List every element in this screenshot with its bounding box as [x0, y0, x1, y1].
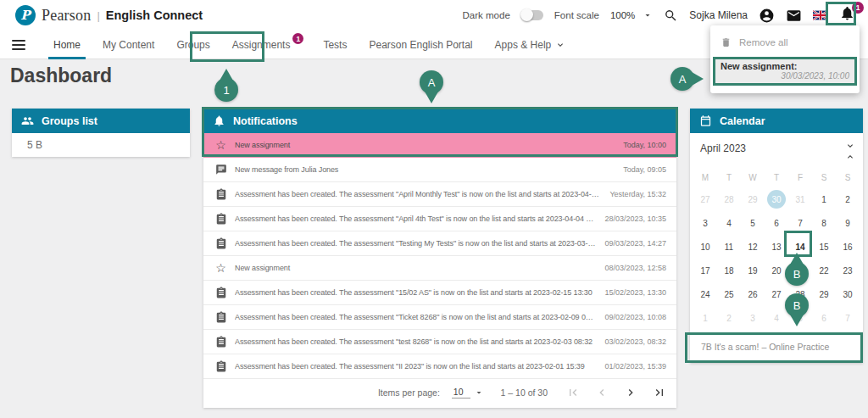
notification-text: Assessment has been created. The assessm… — [235, 337, 597, 346]
calendar-day-1[interactable]: 1 — [812, 187, 836, 211]
chevron-down-icon[interactable] — [844, 141, 856, 151]
notification-row[interactable]: Assessment has been created. The assessm… — [203, 305, 676, 330]
notification-time: Today, 09:05 — [623, 165, 666, 174]
uk-flag-icon[interactable] — [813, 10, 828, 20]
notification-row[interactable]: Assessment has been created. The assessm… — [203, 231, 676, 256]
calendar-day-17[interactable]: 17 — [693, 259, 717, 282]
notification-row[interactable]: Assessment has been created. The assessm… — [203, 354, 676, 379]
nav-tab-groups[interactable]: Groups — [176, 31, 209, 59]
calendar-day-28[interactable]: 28 — [717, 187, 741, 211]
dark-mode-label: Dark mode — [463, 10, 510, 20]
nav-tab-apps-help[interactable]: Apps & Help — [495, 31, 566, 59]
previous-page-button[interactable] — [593, 384, 610, 401]
account-icon[interactable] — [759, 8, 775, 24]
calendar-panel: Calendar April 2023 MTWTFSS2728293031123… — [690, 109, 863, 363]
nav-tab-tests[interactable]: Tests — [323, 31, 347, 59]
notification-text: Assessment has been created. The assessm… — [235, 313, 597, 321]
calendar-day-7[interactable]: 7 — [788, 211, 812, 235]
calendar-day-25[interactable]: 25 — [717, 282, 741, 306]
search-icon[interactable] — [664, 8, 678, 23]
calendar-day-12[interactable]: 12 — [741, 235, 765, 259]
calendar-day-2[interactable]: 2 — [836, 187, 860, 211]
calendar-day-5[interactable]: 5 — [741, 211, 765, 235]
mail-icon[interactable] — [786, 8, 802, 24]
groups-list-body: 5 B — [12, 133, 190, 157]
paginator: Items per page: 10 1 – 10 of 30 — [203, 379, 676, 406]
notification-row[interactable]: ☆New assignment08/03/2023, 12:58 — [203, 256, 676, 281]
notification-row[interactable]: ☆New assignmentToday, 10:00 — [203, 133, 676, 158]
calendar-day-29[interactable]: 29 — [741, 187, 765, 211]
nav-tab-my-content[interactable]: My Content — [103, 31, 154, 59]
clipboard-icon-wrap — [214, 188, 227, 201]
notification-row[interactable]: Assessment has been created. The assessm… — [203, 330, 676, 354]
brand-product-name: English Connect — [106, 8, 203, 22]
calendar-day-9[interactable]: 9 — [836, 211, 860, 235]
calendar-day-30[interactable]: 30 — [836, 282, 860, 306]
calendar-day-16[interactable]: 16 — [836, 235, 860, 259]
calendar-day-23[interactable]: 23 — [836, 259, 860, 282]
calendar-day-22[interactable]: 22 — [812, 259, 836, 282]
calendar-day-4[interactable]: 4 — [717, 211, 741, 235]
group-list-item[interactable]: 5 B — [12, 133, 190, 157]
calendar-day-1[interactable]: 1 — [693, 306, 717, 330]
assessment-icon — [215, 336, 227, 348]
font-scale-select[interactable]: 100% — [610, 10, 653, 20]
nav-tab-pearson-english-portal[interactable]: Pearson English Portal — [369, 31, 472, 59]
calendar-day-15[interactable]: 15 — [812, 235, 836, 259]
calendar-day-8[interactable]: 8 — [812, 211, 836, 235]
calendar-day-6[interactable]: 6 — [812, 306, 836, 330]
notification-row[interactable]: Assessment has been created. The assessm… — [203, 281, 676, 305]
calendar-event[interactable]: 7B It's a scam! – Online Practice — [690, 342, 863, 352]
next-page-button[interactable] — [622, 384, 639, 401]
clipboard-icon-wrap — [214, 287, 227, 299]
notification-row[interactable]: New message from Julia JonesToday, 09:05 — [203, 158, 676, 182]
notification-time: 08/03/2023, 12:58 — [604, 264, 666, 272]
calendar-day-4[interactable]: 4 — [765, 306, 788, 330]
annotation-balloon-b-up: B — [785, 262, 809, 286]
calendar-day-header: T — [717, 167, 741, 187]
groups-list-title: Groups list — [42, 115, 97, 127]
menu-icon[interactable] — [12, 37, 25, 53]
calendar-day-2[interactable]: 2 — [717, 306, 741, 330]
nav-tab-home[interactable]: Home — [53, 31, 81, 59]
calendar-day-6[interactable]: 6 — [765, 211, 788, 235]
notification-row[interactable]: Assessment has been created. The assessm… — [203, 207, 676, 231]
calendar-day-30[interactable]: 30 — [765, 187, 788, 211]
page-title: Dashboard — [10, 64, 112, 87]
calendar-day-27[interactable]: 27 — [693, 187, 717, 211]
calendar-day-3[interactable]: 3 — [741, 306, 765, 330]
calendar-day-10[interactable]: 10 — [693, 235, 717, 259]
remove-all-button[interactable]: Remove all — [710, 25, 860, 55]
notifications-bell-button[interactable]: 1 — [839, 5, 858, 25]
last-page-button[interactable] — [651, 384, 668, 401]
items-per-page-select[interactable]: 10 — [452, 387, 484, 398]
calendar-day-13[interactable]: 13 — [765, 235, 788, 259]
font-scale-label: Font scale — [554, 10, 599, 20]
font-scale-value: 100% — [610, 10, 635, 20]
assessment-icon — [215, 360, 227, 372]
calendar-day-26[interactable]: 26 — [741, 282, 765, 306]
clipboard-icon-wrap — [214, 213, 227, 226]
calendar-day-header: F — [788, 167, 812, 187]
dark-mode-toggle[interactable] — [521, 10, 543, 20]
paginator-range: 1 – 10 of 30 — [501, 387, 548, 398]
notification-row[interactable]: Assessment has been created. The assessm… — [203, 182, 676, 207]
notification-text: Assessment has been created. The assessm… — [235, 239, 597, 248]
brand-wordmark: Pearson — [42, 7, 91, 25]
notification-text: Assessment has been created. The assessm… — [235, 215, 597, 223]
calendar-day-19[interactable]: 19 — [741, 259, 765, 282]
calendar-grid: MTWTFSS272829303112345678910111213141516… — [690, 167, 863, 330]
first-page-button[interactable] — [565, 384, 581, 401]
calendar-day-7[interactable]: 7 — [836, 306, 860, 330]
calendar-day-18[interactable]: 18 — [717, 259, 741, 282]
nav-tab-assignments[interactable]: Assignments1 — [232, 31, 302, 59]
dropdown-notification-item annotation-box-dropdown-item[interactable]: New assignment: 30/03/2023, 10:00 — [713, 57, 857, 86]
calendar-day-29[interactable]: 29 — [812, 282, 836, 306]
nav-tab-label: Tests — [323, 39, 347, 51]
calendar-day-3[interactable]: 3 — [693, 211, 717, 235]
calendar-day-31[interactable]: 31 — [788, 187, 812, 211]
chevron-up-icon[interactable] — [844, 152, 856, 162]
calendar-day-11[interactable]: 11 — [717, 235, 741, 259]
calendar-day-24[interactable]: 24 — [693, 282, 717, 306]
calendar-day-header: T — [765, 167, 788, 187]
